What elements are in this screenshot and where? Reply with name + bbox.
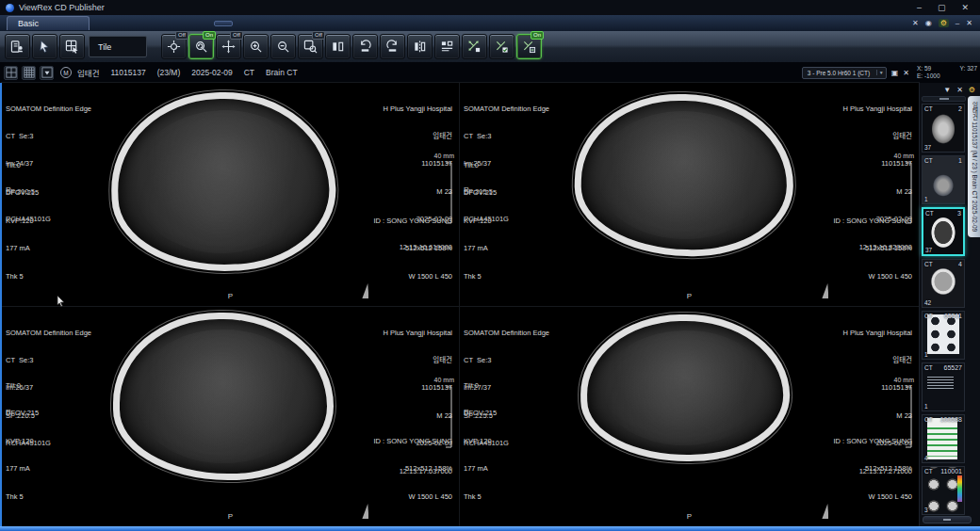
patient-name-text: 임태건 xyxy=(383,356,452,365)
dfov-text: DFOV:215 xyxy=(6,188,39,198)
ct-viewport[interactable]: SOMATOM Definition Edge CT Se:3 Im:26/37… xyxy=(2,307,459,526)
zoom-in-button[interactable] xyxy=(243,34,269,59)
layout-1x1-icon[interactable] xyxy=(4,66,18,80)
series-thumbnail[interactable]: CT 1 1 xyxy=(922,155,965,204)
flip-vertical-button[interactable] xyxy=(407,34,433,59)
zoom-out-button[interactable] xyxy=(270,34,296,59)
tab-basic[interactable]: Basic xyxy=(7,16,90,30)
pointer-button[interactable] xyxy=(32,34,57,59)
ct-image[interactable] xyxy=(580,313,792,463)
study-date: 2025-02-09 xyxy=(191,68,232,77)
close-button[interactable]: ✕ xyxy=(961,0,969,15)
tools-pin-icon[interactable]: ⚙ xyxy=(969,86,975,94)
thumbnail-modality: CT xyxy=(924,468,933,475)
minimize-panel-icon[interactable]: – xyxy=(956,19,959,27)
series-thumbnail[interactable]: CT 2 37 xyxy=(922,104,965,153)
layout-dropdown-icon[interactable] xyxy=(40,66,54,80)
ct-viewport[interactable]: SOMATOM Definition Edge CT Se:3 Im:24/37… xyxy=(2,83,459,306)
ct-image[interactable] xyxy=(108,88,338,275)
tube-current-text: 177 mA xyxy=(6,464,39,474)
menu-item[interactable] xyxy=(171,21,189,26)
thickness-text: Thk 5 xyxy=(6,272,39,282)
overlay-bottom-left: Tilt:0 DFOV:215 KVP:120 177 mA Thk 5 xyxy=(6,362,39,520)
hospital-text: H Plus Yangji Hospital xyxy=(842,105,912,114)
dfov-text: DFOV:215 xyxy=(464,188,497,198)
popout-window-icon[interactable]: ▣ xyxy=(891,69,899,77)
mouse-cursor xyxy=(57,294,65,311)
marker-m-icon[interactable]: M xyxy=(60,67,72,78)
matrix-text: 512x512 158% xyxy=(833,464,912,474)
modality: CT xyxy=(244,68,254,77)
close-series-icon[interactable]: ✕ xyxy=(903,69,909,77)
zoom-button[interactable]: On xyxy=(188,34,214,59)
tile-mode-select[interactable]: Tile xyxy=(89,36,147,57)
save-transform-button[interactable]: On xyxy=(516,34,542,59)
sort-series-button[interactable] xyxy=(434,34,460,59)
apply-transform-button[interactable] xyxy=(489,34,514,59)
localizer-button[interactable]: Off xyxy=(161,34,187,59)
kvp-text: KVP:120 xyxy=(464,437,497,446)
matrix-text: 512x512 158% xyxy=(373,244,452,253)
series-text: CT Se:3 xyxy=(464,132,549,141)
sidebar-header-strip[interactable] xyxy=(922,96,966,102)
layout-picker-button[interactable] xyxy=(59,34,85,59)
menu-item[interactable] xyxy=(149,21,168,26)
presentation-wedge-icon xyxy=(822,504,828,519)
series-select[interactable]: 3 - Pre 5.0 Hr60 1 (CT) ▼ xyxy=(802,67,887,79)
maximize-button[interactable]: ▢ xyxy=(938,0,946,15)
close-panel2-icon[interactable]: ✕ xyxy=(966,19,972,27)
series-thumbnail[interactable]: CT 3 37 xyxy=(922,207,965,256)
series-thumbnail[interactable]: CT 110001 3 xyxy=(922,466,965,515)
copy-transform-button[interactable] xyxy=(462,34,487,59)
menu-item[interactable] xyxy=(192,21,211,26)
active-panel-border-left xyxy=(0,83,2,531)
pan-button[interactable]: Off xyxy=(216,34,241,59)
orientation-bottom-marker: P xyxy=(228,292,233,300)
study-info-tab[interactable]: 임태건 11015137 (M / 23 ) Brain CT 2025-02-… xyxy=(968,96,980,237)
minimize-button[interactable]: – xyxy=(917,0,922,15)
close-panel-icon[interactable]: ✕ xyxy=(912,19,919,27)
menu-item[interactable] xyxy=(236,21,254,26)
close-sidebar-icon[interactable]: ✕ xyxy=(956,86,963,94)
patient-list-button[interactable] xyxy=(5,34,30,59)
scale-label: 40 mm xyxy=(434,377,454,383)
thumbnail-image xyxy=(927,314,959,354)
menu-item[interactable] xyxy=(127,21,146,26)
ct-image[interactable] xyxy=(113,313,334,480)
kvp-text: KVP:120 xyxy=(6,217,39,226)
menu-item[interactable] xyxy=(257,21,276,26)
series-thumbnail[interactable]: CT 4 42 xyxy=(922,259,965,308)
on-badge: On xyxy=(203,31,216,40)
flip-horizontal-button[interactable] xyxy=(325,34,351,59)
layout-4x4-icon[interactable] xyxy=(22,66,36,80)
thumbnail-scrollbar[interactable] xyxy=(923,516,972,523)
window-level-text: W 1500 L 450 xyxy=(373,492,452,502)
rotate-cw-button[interactable] xyxy=(380,34,405,59)
window-title: ViewRex CD Publisher xyxy=(19,3,105,12)
target-icon[interactable]: ◉ xyxy=(925,19,932,27)
patient-info-bar: M 임태건 11015137 (23/M) 2025-02-09 CT Brai… xyxy=(0,62,980,83)
active-panel-border-bottom xyxy=(0,526,980,531)
thumbnail-series-number: 1 xyxy=(958,157,962,164)
series-thumbnail[interactable]: CT 65511 1 xyxy=(922,311,965,360)
coord-x: X: 59 xyxy=(917,65,931,72)
collapse-sidebar-icon[interactable]: ▼ xyxy=(943,86,951,94)
ct-viewport[interactable]: SOMATOM Definition Edge CT Se:3 Im:27/37… xyxy=(460,307,919,526)
tube-current-text: 177 mA xyxy=(6,244,39,253)
operator-text: ID : SONG YONG SUNG xyxy=(833,217,912,226)
settings-wrench-icon[interactable]: ⚙ xyxy=(939,19,949,27)
ct-viewport[interactable]: SOMATOM Definition Edge CT Se:3 Im:25/37… xyxy=(460,83,919,306)
magnifier-region-button[interactable]: Off xyxy=(298,34,323,59)
manufacturer-text: SOMATOM Definition Edge xyxy=(464,329,549,338)
menu-item[interactable] xyxy=(214,21,233,26)
series-sidebar: ▼ ✕ ⚙ 임태건 11015137 (M / 23 ) Brain CT 20… xyxy=(919,83,980,526)
presentation-wedge-icon xyxy=(822,283,828,298)
series-thumbnail[interactable]: CT 65527 1 xyxy=(922,362,965,411)
thumbnail-series-number: 100588 xyxy=(940,416,962,423)
thumbnail-image-count: 42 xyxy=(924,299,931,306)
viewport-grid: SOMATOM Definition Edge CT Se:3 Im:24/37… xyxy=(2,83,919,526)
patient-id: 11015137 xyxy=(110,68,145,77)
series-thumbnail[interactable]: CT 100588 4 xyxy=(922,414,965,463)
rotate-ccw-button[interactable] xyxy=(352,34,378,59)
ct-image[interactable] xyxy=(574,92,795,258)
